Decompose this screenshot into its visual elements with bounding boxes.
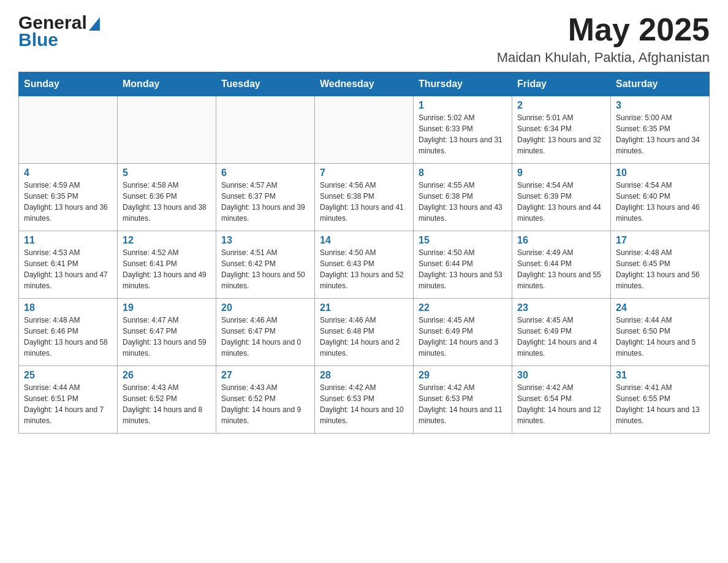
day-number: 23	[517, 302, 605, 313]
day-info: Sunrise: 4:52 AM Sunset: 6:41 PM Dayligh…	[123, 247, 211, 291]
day-info: Sunrise: 4:47 AM Sunset: 6:47 PM Dayligh…	[123, 315, 211, 359]
day-number: 29	[419, 370, 507, 381]
title-section: May 2025 Maidan Khulah, Paktia, Afghanis…	[497, 12, 710, 66]
day-number: 21	[320, 302, 408, 313]
day-number: 15	[419, 235, 507, 246]
day-number: 9	[517, 167, 605, 178]
header-tuesday: Tuesday	[216, 72, 315, 96]
calendar-cell-week3-day2: 12Sunrise: 4:52 AM Sunset: 6:41 PM Dayli…	[118, 231, 216, 299]
day-number: 26	[123, 370, 211, 381]
header-sunday: Sunday	[19, 72, 118, 96]
week-row-4: 18Sunrise: 4:48 AM Sunset: 6:46 PM Dayli…	[19, 299, 710, 366]
day-info: Sunrise: 4:56 AM Sunset: 6:38 PM Dayligh…	[320, 180, 408, 224]
calendar-cell-week2-day3: 6Sunrise: 4:57 AM Sunset: 6:37 PM Daylig…	[216, 164, 315, 231]
day-number: 13	[221, 235, 309, 246]
calendar-cell-week4-day1: 18Sunrise: 4:48 AM Sunset: 6:46 PM Dayli…	[19, 299, 118, 366]
day-info: Sunrise: 4:49 AM Sunset: 6:44 PM Dayligh…	[517, 247, 605, 291]
calendar-cell-week3-day7: 17Sunrise: 4:48 AM Sunset: 6:45 PM Dayli…	[611, 231, 710, 299]
calendar-cell-week4-day6: 23Sunrise: 4:45 AM Sunset: 6:49 PM Dayli…	[512, 299, 611, 366]
day-number: 4	[24, 167, 112, 178]
day-number: 11	[24, 235, 112, 246]
calendar-table: SundayMondayTuesdayWednesdayThursdayFrid…	[18, 72, 710, 434]
day-info: Sunrise: 4:46 AM Sunset: 6:47 PM Dayligh…	[221, 315, 309, 359]
header-monday: Monday	[118, 72, 216, 96]
day-number: 10	[616, 167, 704, 178]
day-number: 27	[221, 370, 309, 381]
calendar-cell-week4-day3: 20Sunrise: 4:46 AM Sunset: 6:47 PM Dayli…	[216, 299, 315, 366]
calendar-cell-week2-day7: 10Sunrise: 4:54 AM Sunset: 6:40 PM Dayli…	[611, 164, 710, 231]
calendar-cell-week3-day6: 16Sunrise: 4:49 AM Sunset: 6:44 PM Dayli…	[512, 231, 611, 299]
calendar-cell-week1-day7: 3Sunrise: 5:00 AM Sunset: 6:35 PM Daylig…	[611, 96, 710, 164]
week-row-2: 4Sunrise: 4:59 AM Sunset: 6:35 PM Daylig…	[19, 164, 710, 231]
logo: General Blue	[18, 12, 100, 50]
day-info: Sunrise: 4:43 AM Sunset: 6:52 PM Dayligh…	[221, 382, 309, 426]
day-info: Sunrise: 4:55 AM Sunset: 6:38 PM Dayligh…	[419, 180, 507, 224]
day-info: Sunrise: 4:43 AM Sunset: 6:52 PM Dayligh…	[123, 382, 211, 426]
day-info: Sunrise: 4:46 AM Sunset: 6:48 PM Dayligh…	[320, 315, 408, 359]
calendar-cell-week2-day6: 9Sunrise: 4:54 AM Sunset: 6:39 PM Daylig…	[512, 164, 611, 231]
calendar-cell-week2-day1: 4Sunrise: 4:59 AM Sunset: 6:35 PM Daylig…	[19, 164, 118, 231]
calendar-cell-week1-day2	[118, 96, 216, 164]
logo-blue: Blue	[18, 29, 58, 50]
day-number: 28	[320, 370, 408, 381]
calendar-cell-week3-day4: 14Sunrise: 4:50 AM Sunset: 6:43 PM Dayli…	[315, 231, 414, 299]
logo-triangle-icon	[89, 17, 100, 31]
calendar-cell-week4-day7: 24Sunrise: 4:44 AM Sunset: 6:50 PM Dayli…	[611, 299, 710, 366]
day-info: Sunrise: 4:59 AM Sunset: 6:35 PM Dayligh…	[24, 180, 112, 224]
day-info: Sunrise: 5:02 AM Sunset: 6:33 PM Dayligh…	[419, 112, 507, 156]
svg-marker-0	[89, 17, 100, 31]
day-info: Sunrise: 4:48 AM Sunset: 6:45 PM Dayligh…	[616, 247, 704, 291]
day-info: Sunrise: 4:48 AM Sunset: 6:46 PM Dayligh…	[24, 315, 112, 359]
day-info: Sunrise: 4:44 AM Sunset: 6:50 PM Dayligh…	[616, 315, 704, 359]
calendar-cell-week1-day5: 1Sunrise: 5:02 AM Sunset: 6:33 PM Daylig…	[414, 96, 512, 164]
day-info: Sunrise: 4:42 AM Sunset: 6:53 PM Dayligh…	[320, 382, 408, 426]
day-info: Sunrise: 5:00 AM Sunset: 6:35 PM Dayligh…	[616, 112, 704, 156]
header-friday: Friday	[512, 72, 611, 96]
week-row-3: 11Sunrise: 4:53 AM Sunset: 6:41 PM Dayli…	[19, 231, 710, 299]
day-number: 2	[517, 100, 605, 111]
calendar-cell-week3-day3: 13Sunrise: 4:51 AM Sunset: 6:42 PM Dayli…	[216, 231, 315, 299]
day-info: Sunrise: 4:41 AM Sunset: 6:55 PM Dayligh…	[616, 382, 704, 426]
day-number: 22	[419, 302, 507, 313]
day-number: 7	[320, 167, 408, 178]
header-saturday: Saturday	[611, 72, 710, 96]
day-info: Sunrise: 5:01 AM Sunset: 6:34 PM Dayligh…	[517, 112, 605, 156]
calendar-cell-week1-day6: 2Sunrise: 5:01 AM Sunset: 6:34 PM Daylig…	[512, 96, 611, 164]
day-info: Sunrise: 4:50 AM Sunset: 6:43 PM Dayligh…	[320, 247, 408, 291]
calendar-cell-week2-day2: 5Sunrise: 4:58 AM Sunset: 6:36 PM Daylig…	[118, 164, 216, 231]
day-info: Sunrise: 4:58 AM Sunset: 6:36 PM Dayligh…	[123, 180, 211, 224]
day-number: 1	[419, 100, 507, 111]
day-number: 20	[221, 302, 309, 313]
day-number: 3	[616, 100, 704, 111]
day-info: Sunrise: 4:45 AM Sunset: 6:49 PM Dayligh…	[419, 315, 507, 359]
day-info: Sunrise: 4:53 AM Sunset: 6:41 PM Dayligh…	[24, 247, 112, 291]
location-title: Maidan Khulah, Paktia, Afghanistan	[497, 50, 710, 66]
header-thursday: Thursday	[414, 72, 512, 96]
calendar-header-row: SundayMondayTuesdayWednesdayThursdayFrid…	[19, 72, 710, 96]
calendar-cell-week4-day5: 22Sunrise: 4:45 AM Sunset: 6:49 PM Dayli…	[414, 299, 512, 366]
day-number: 30	[517, 370, 605, 381]
calendar-cell-week5-day1: 25Sunrise: 4:44 AM Sunset: 6:51 PM Dayli…	[19, 366, 118, 434]
calendar-cell-week5-day7: 31Sunrise: 4:41 AM Sunset: 6:55 PM Dayli…	[611, 366, 710, 434]
calendar-cell-week5-day2: 26Sunrise: 4:43 AM Sunset: 6:52 PM Dayli…	[118, 366, 216, 434]
day-info: Sunrise: 4:44 AM Sunset: 6:51 PM Dayligh…	[24, 382, 112, 426]
day-info: Sunrise: 4:54 AM Sunset: 6:40 PM Dayligh…	[616, 180, 704, 224]
calendar-cell-week4-day4: 21Sunrise: 4:46 AM Sunset: 6:48 PM Dayli…	[315, 299, 414, 366]
day-number: 24	[616, 302, 704, 313]
page-header: General Blue May 2025 Maidan Khulah, Pak…	[18, 12, 710, 66]
calendar-cell-week1-day3	[216, 96, 315, 164]
day-number: 18	[24, 302, 112, 313]
day-info: Sunrise: 4:42 AM Sunset: 6:54 PM Dayligh…	[517, 382, 605, 426]
day-number: 25	[24, 370, 112, 381]
day-number: 19	[123, 302, 211, 313]
day-number: 17	[616, 235, 704, 246]
week-row-1: 1Sunrise: 5:02 AM Sunset: 6:33 PM Daylig…	[19, 96, 710, 164]
calendar-cell-week3-day1: 11Sunrise: 4:53 AM Sunset: 6:41 PM Dayli…	[19, 231, 118, 299]
calendar-cell-week5-day6: 30Sunrise: 4:42 AM Sunset: 6:54 PM Dayli…	[512, 366, 611, 434]
day-info: Sunrise: 4:45 AM Sunset: 6:49 PM Dayligh…	[517, 315, 605, 359]
calendar-cell-week5-day5: 29Sunrise: 4:42 AM Sunset: 6:53 PM Dayli…	[414, 366, 512, 434]
day-number: 12	[123, 235, 211, 246]
calendar-cell-week4-day2: 19Sunrise: 4:47 AM Sunset: 6:47 PM Dayli…	[118, 299, 216, 366]
day-info: Sunrise: 4:57 AM Sunset: 6:37 PM Dayligh…	[221, 180, 309, 224]
month-title: May 2025	[497, 12, 710, 47]
